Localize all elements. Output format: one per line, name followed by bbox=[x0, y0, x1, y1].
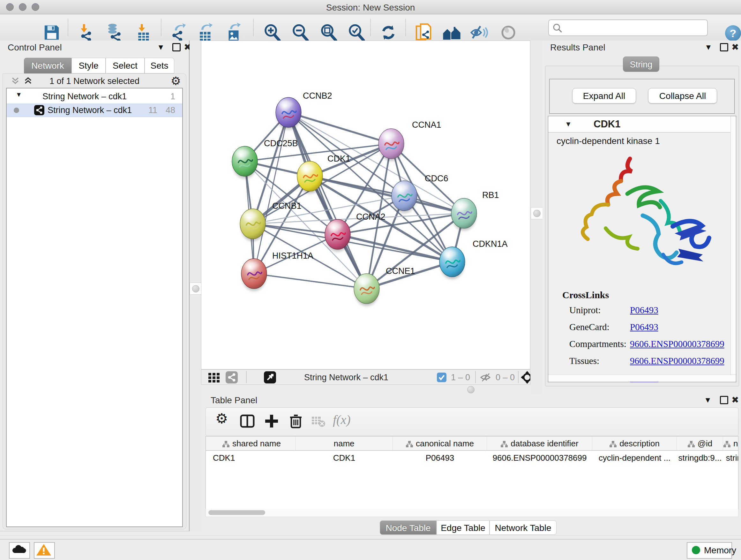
home-button[interactable] bbox=[442, 23, 461, 43]
collapse-all-button[interactable]: Collapse All bbox=[648, 88, 717, 104]
network-edge[interactable] bbox=[288, 112, 367, 289]
column-header-database-identifier[interactable]: database identifier bbox=[487, 436, 592, 450]
tab-network[interactable]: Network bbox=[24, 58, 71, 73]
column-header-canonical-name[interactable]: canonical name bbox=[393, 436, 487, 450]
collapse-panel-icon[interactable]: ▼ bbox=[157, 43, 165, 51]
search-field[interactable] bbox=[548, 19, 708, 36]
import-network-from-database-button[interactable] bbox=[105, 23, 125, 43]
tab-edge-table[interactable]: Edge Table bbox=[436, 520, 489, 535]
collapse-panel-icon[interactable]: ▼ bbox=[704, 396, 712, 404]
network-node[interactable] bbox=[241, 259, 267, 291]
import-network-from-file-button[interactable] bbox=[77, 23, 96, 43]
selected-checkbox-icon[interactable] bbox=[437, 373, 447, 382]
table-cell[interactable]: CDK1 bbox=[208, 451, 295, 465]
column-header-namespace[interactable]: namespace bbox=[723, 436, 738, 450]
entry-expander-icon[interactable]: ▼ bbox=[565, 120, 572, 128]
entry-horizontal-scrollbar[interactable] bbox=[548, 374, 736, 382]
splitter-handle[interactable] bbox=[531, 207, 543, 219]
add-column-icon[interactable] bbox=[263, 413, 280, 429]
help-button[interactable]: ? bbox=[725, 25, 741, 41]
right-splitter[interactable] bbox=[530, 41, 542, 395]
zoom-out-button[interactable] bbox=[290, 23, 310, 43]
zoom-in-button[interactable] bbox=[262, 23, 282, 43]
close-panel-icon[interactable]: ✖ bbox=[731, 42, 739, 52]
birdseye-view-icon[interactable] bbox=[264, 371, 276, 383]
network-edge[interactable] bbox=[288, 112, 391, 144]
close-panel-icon[interactable]: ✖ bbox=[731, 395, 739, 405]
export-network-button[interactable] bbox=[169, 23, 188, 43]
tree-expander-icon[interactable]: ▼ bbox=[16, 91, 22, 98]
network-row[interactable]: String Network – cdk1 11 48 bbox=[7, 104, 182, 117]
scrollbar-thumb[interactable] bbox=[208, 510, 265, 515]
export-image-button[interactable] bbox=[224, 23, 244, 43]
network-node[interactable] bbox=[276, 98, 301, 130]
column-header-name[interactable]: name bbox=[295, 436, 393, 450]
network-edge[interactable] bbox=[254, 273, 367, 289]
table-cell[interactable]: stringdb:9... bbox=[677, 451, 723, 465]
network-node[interactable] bbox=[379, 129, 404, 161]
tab-select[interactable]: Select bbox=[106, 58, 145, 73]
crosslink-link[interactable]: 9606.ENSP00000378699 bbox=[630, 356, 724, 366]
float-panel-icon[interactable] bbox=[720, 43, 728, 51]
splitter-handle[interactable] bbox=[190, 283, 202, 295]
network-canvas[interactable]: CCNB2CCNA1CDC25BCDK1CDC6RB1CCNB1CCNA2CDK… bbox=[201, 41, 530, 369]
network-node[interactable] bbox=[232, 146, 258, 179]
cloud-button[interactable] bbox=[9, 542, 30, 559]
network-edge[interactable] bbox=[254, 112, 288, 273]
column-header-description[interactable]: description bbox=[592, 436, 677, 450]
table-cell[interactable]: cyclin-dependent ... bbox=[592, 451, 677, 465]
float-panel-icon[interactable] bbox=[720, 396, 728, 404]
crosslink-link[interactable]: 9606.ENSP00000378699 bbox=[630, 339, 724, 349]
crosslink-link[interactable]: P06493 bbox=[630, 322, 658, 332]
open-file-button[interactable] bbox=[13, 23, 33, 43]
delete-column-trash-icon[interactable] bbox=[287, 413, 304, 429]
column-header-label: description bbox=[619, 439, 660, 448]
node-entry-header[interactable]: ▼ CDK1 bbox=[548, 116, 736, 132]
entry-vertical-scrollbar[interactable] bbox=[731, 116, 736, 375]
left-splitter[interactable] bbox=[190, 41, 201, 531]
memory-button[interactable]: Memory bbox=[687, 542, 732, 559]
table-cell[interactable]: stringdb bbox=[723, 451, 738, 465]
hidden-eye-icon[interactable] bbox=[480, 372, 492, 382]
zoom-selected-button[interactable] bbox=[347, 23, 366, 43]
search-input[interactable] bbox=[563, 21, 702, 33]
import-table-button[interactable] bbox=[134, 23, 154, 43]
table-horizontal-scrollbar[interactable] bbox=[205, 509, 738, 517]
save-session-button[interactable] bbox=[42, 23, 62, 43]
tab-style[interactable]: Style bbox=[71, 58, 106, 73]
annotations-button[interactable] bbox=[414, 23, 433, 43]
table-settings-gear-icon[interactable]: ⚙ bbox=[215, 410, 228, 427]
table-cell[interactable]: P06493 bbox=[393, 451, 487, 465]
gear-icon[interactable]: ⚙ bbox=[171, 74, 181, 87]
table-cell[interactable]: 9606.ENSP00000378699 bbox=[487, 451, 592, 465]
tab-string[interactable]: String bbox=[623, 57, 659, 72]
delete-table-icon[interactable] bbox=[310, 413, 327, 429]
network-collection-row[interactable]: ▼ String Network – cdk1 1 bbox=[7, 90, 182, 104]
expand-all-button[interactable]: Expand All bbox=[572, 88, 636, 104]
column-header-shared-name[interactable]: shared name bbox=[208, 436, 295, 450]
tab-node-table[interactable]: Node Table bbox=[380, 520, 436, 535]
crosslink-link[interactable]: P06493 bbox=[630, 305, 658, 315]
table-cell[interactable]: CDK1 bbox=[295, 451, 393, 465]
export-table-button[interactable] bbox=[196, 23, 215, 43]
tab-sets[interactable]: Sets bbox=[145, 58, 174, 73]
network-node[interactable] bbox=[451, 198, 477, 231]
hide-selected-button[interactable] bbox=[469, 23, 489, 43]
horizontal-splitter[interactable] bbox=[201, 385, 530, 395]
network-view-icon[interactable] bbox=[226, 371, 238, 383]
collapse-panel-icon[interactable]: ▼ bbox=[704, 43, 712, 51]
network-node[interactable] bbox=[440, 247, 465, 279]
warning-button[interactable] bbox=[34, 542, 55, 559]
tab-network-table[interactable]: Network Table bbox=[489, 520, 556, 535]
function-builder-icon[interactable]: f(x) bbox=[333, 412, 351, 427]
show-all-button[interactable] bbox=[498, 23, 518, 43]
float-panel-icon[interactable] bbox=[172, 43, 181, 51]
grid-view-icon[interactable] bbox=[208, 372, 220, 383]
refresh-button[interactable] bbox=[379, 23, 398, 43]
zoom-fit-button[interactable] bbox=[319, 23, 339, 43]
network-node[interactable] bbox=[354, 273, 380, 306]
column-header--id[interactable]: @id bbox=[677, 436, 723, 450]
table-row[interactable]: CDK1CDK1P064939606.ENSP00000378699cyclin… bbox=[206, 451, 738, 465]
splitter-handle[interactable] bbox=[467, 386, 475, 393]
show-columns-icon[interactable] bbox=[239, 413, 256, 429]
